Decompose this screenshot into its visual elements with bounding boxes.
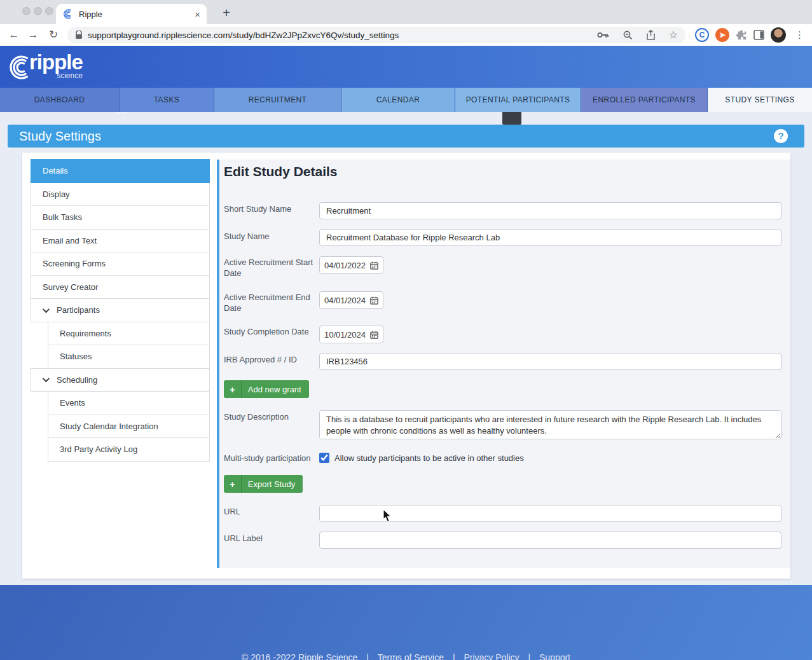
chevron-down-icon [43, 375, 50, 382]
sidebar-item-survey-creator[interactable]: Survey Creator [31, 275, 210, 299]
sidebar-item-requirements[interactable]: Requirements [48, 322, 210, 346]
page-footer: © 2016 -2022 Ripple Science | Terms of S… [0, 585, 812, 660]
footer-separator: | [366, 652, 369, 660]
mouse-cursor [383, 509, 393, 523]
password-key-icon[interactable] [597, 31, 609, 39]
sidebar-item-3rd-party-activity-log[interactable]: 3rd Party Activity Log [48, 437, 210, 462]
form-title: Edit Study Details [224, 164, 338, 179]
recruit-end-label: Active Recruitment End Date [224, 292, 316, 313]
irb-label: IRB Approved # / ID [224, 354, 316, 365]
url-label: URL [224, 506, 316, 517]
window-minimize-button[interactable] [34, 7, 42, 15]
short-study-name-label: Short Study Name [224, 203, 316, 214]
content-panel: Details Display Bulk Tasks Email and Tex… [22, 153, 790, 579]
multi-study-checkbox-label: Allow study participants to be active in… [334, 453, 524, 463]
browser-tab[interactable]: r Ripple × [56, 4, 207, 24]
ripple-logo[interactable]: ripple science [5, 51, 83, 81]
extensions-puzzle-icon[interactable] [736, 29, 747, 41]
footer-separator: | [453, 652, 455, 660]
back-icon[interactable]: ← [6, 27, 22, 43]
side-panel-icon[interactable] [754, 30, 764, 40]
calendar-icon [370, 331, 378, 339]
short-study-name-input[interactable] [319, 202, 781, 219]
address-bar[interactable]: supportplayground.ripplescience.com/stud… [67, 27, 685, 43]
tab-potential-participants[interactable]: POTENTIAL PARTICIPANTS [455, 88, 581, 112]
sidebar-item-scheduling[interactable]: Scheduling [31, 368, 210, 392]
plus-icon: + [224, 384, 241, 395]
plus-icon: + [224, 479, 241, 490]
study-name-input[interactable] [319, 229, 781, 246]
sidebar-item-bulk-tasks[interactable]: Bulk Tasks [31, 205, 210, 230]
reload-icon[interactable]: ↻ [46, 27, 61, 43]
sidebar-item-details[interactable]: Details [31, 159, 210, 183]
sidebar-item-email-and-text[interactable]: Email and Text [31, 229, 210, 253]
tab-dashboard[interactable]: DASHBOARD [0, 88, 120, 112]
settings-header: Study Settings ? [8, 125, 804, 148]
extension-orange-icon[interactable]: ➤ [715, 28, 729, 42]
footer-link-terms[interactable]: Terms of Service [378, 652, 444, 660]
recruit-end-date-input[interactable]: 04/01/2024 [319, 291, 383, 309]
sidebar-item-participants[interactable]: Participants [31, 298, 210, 322]
new-tab-button[interactable]: + [217, 4, 235, 22]
help-icon[interactable]: ? [774, 129, 788, 143]
sidebar-item-display[interactable]: Display [31, 182, 210, 207]
extension-c-icon[interactable]: C [695, 28, 709, 42]
sidebar-item-statuses[interactable]: Statuses [48, 345, 210, 369]
description-label: Study Description [224, 411, 316, 422]
completion-date-label: Study Completion Date [224, 326, 316, 337]
chevron-down-icon [43, 306, 50, 313]
calendar-icon [370, 296, 378, 305]
add-new-grant-button[interactable]: + Add new grant [224, 380, 309, 398]
page-title: Study Settings [19, 129, 101, 144]
tab-study-settings[interactable]: STUDY SETTINGS [708, 88, 812, 112]
footer-link-support[interactable]: Support [539, 652, 570, 660]
tab-enrolled-participants[interactable]: ENROLLED PARTICIPANTS [581, 88, 708, 112]
footer-link-privacy[interactable]: Privacy Policy [464, 652, 519, 660]
browser-profile-avatar[interactable] [771, 27, 786, 43]
ripple-favicon-icon: r [62, 8, 74, 20]
screen: r Ripple × + ← → ↻ supportplayground.rip… [0, 0, 812, 660]
copyright-text: © 2016 -2022 Ripple Science [242, 652, 357, 660]
study-name-label: Study Name [224, 231, 316, 242]
recruit-start-label: Active Recruitment Start Date [224, 257, 316, 278]
url-text: supportplayground.ripplescience.com/stud… [88, 31, 597, 40]
close-tab-icon[interactable]: × [195, 9, 200, 20]
svg-text:r: r [69, 14, 71, 18]
tab-calendar[interactable]: CALENDAR [341, 88, 455, 112]
settings-side-menu: Details Display Bulk Tasks Email and Tex… [31, 160, 210, 462]
description-textarea[interactable]: This is a database to recruit participan… [319, 410, 781, 439]
study-tabbar: DASHBOARD TASKS RECRUITMENT CALENDAR POT… [0, 88, 812, 112]
logo-text: ripple [29, 50, 83, 74]
sidebar-item-study-calendar-integration[interactable]: Study Calendar Integration [48, 415, 210, 439]
export-study-button[interactable]: + Export Study [224, 475, 303, 493]
forward-icon[interactable]: → [25, 27, 41, 43]
window-close-button[interactable] [22, 7, 31, 15]
multi-study-checkbox[interactable] [319, 453, 329, 463]
share-icon[interactable] [647, 30, 655, 40]
tab-tasks[interactable]: TASKS [120, 88, 214, 112]
browser-tab-title: Ripple [79, 10, 195, 19]
browser-titlebar: r Ripple × + [0, 0, 812, 24]
multi-study-label: Multi-study participation [224, 453, 326, 464]
tab-recruitment[interactable]: RECRUITMENT [214, 88, 341, 112]
url-label-label: URL Label [224, 533, 316, 544]
sidebar-item-events[interactable]: Events [48, 391, 210, 415]
completion-date-input[interactable]: 10/01/2024 [319, 326, 383, 343]
url-label-input[interactable] [319, 532, 781, 549]
lock-icon [75, 31, 83, 39]
recruit-start-date-input[interactable]: 04/01/2022 [319, 256, 383, 274]
browser-menu-icon[interactable]: ⋮ [792, 29, 807, 41]
sidebar-item-screening-forms[interactable]: Screening Forms [31, 252, 210, 276]
window-zoom-button[interactable] [45, 7, 53, 15]
calendar-icon [370, 261, 378, 270]
zoom-out-icon[interactable] [623, 31, 633, 40]
browser-toolbar: ← → ↻ supportplayground.ripplescience.co… [0, 24, 812, 46]
edit-study-form: Edit Study Details Short Study Name Stud… [219, 160, 790, 568]
footer-separator: | [528, 652, 530, 660]
bookmark-star-icon[interactable]: ☆ [669, 31, 678, 39]
irb-input[interactable] [319, 353, 781, 370]
app-navbar: ripple science RECRUITMENT▼ ADD STUDY+ H… [0, 46, 812, 88]
